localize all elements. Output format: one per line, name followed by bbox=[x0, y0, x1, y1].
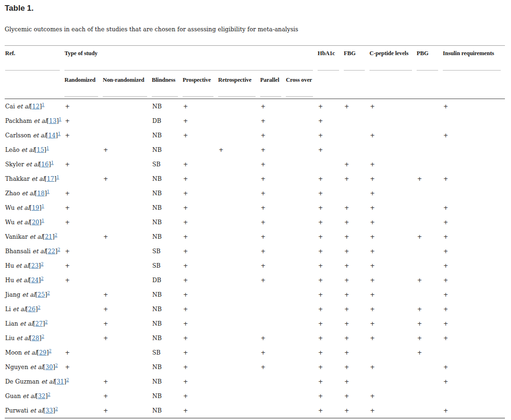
reference-link[interactable]: 29 bbox=[39, 349, 47, 356]
footnote-link[interactable]: 2 bbox=[57, 247, 60, 252]
cell-parallel bbox=[260, 374, 285, 389]
reference-link[interactable]: 25 bbox=[37, 291, 45, 298]
cell-hba1c: + bbox=[317, 273, 343, 287]
footnote-link[interactable]: 2 bbox=[45, 320, 48, 324]
cell-insulin: + bbox=[442, 316, 505, 331]
et-al-label: et al bbox=[16, 262, 29, 269]
cell-insulin: + bbox=[442, 229, 505, 244]
reference-link[interactable]: 24 bbox=[31, 277, 39, 284]
table-row: Nguyenet al[30]2 + NB + + + + + + bbox=[5, 360, 505, 374]
study-ref-cell: Bhansaliet al[22]2 bbox=[5, 244, 64, 258]
studies-table: Ref. Type of study HbA1c FBG C-peptide l… bbox=[5, 45, 505, 419]
footnote-link[interactable]: 1 bbox=[58, 131, 61, 136]
cell-randomized: + bbox=[64, 114, 102, 128]
cell-pbg bbox=[416, 114, 442, 128]
reference-link[interactable]: 22 bbox=[48, 248, 55, 255]
reference-link[interactable]: 23 bbox=[31, 262, 39, 269]
cell-prospective: + bbox=[182, 345, 218, 360]
cell-prospective bbox=[182, 142, 218, 157]
header-rule bbox=[64, 70, 313, 71]
cell-pbg: + bbox=[416, 273, 442, 287]
cell-fbg: + bbox=[343, 229, 369, 244]
cell-pbg bbox=[416, 403, 442, 418]
study-ref-cell: Leãoet al[15]1 bbox=[5, 142, 64, 157]
cell-prospective: + bbox=[182, 287, 218, 302]
reference-link[interactable]: 28 bbox=[32, 335, 39, 342]
cell-blindness: NB bbox=[151, 360, 182, 374]
table-row: Jianget al[25]2 + NB + + + + + bbox=[5, 287, 505, 302]
reference-link[interactable]: 18 bbox=[37, 190, 44, 197]
footnote-link[interactable]: 1 bbox=[42, 218, 44, 223]
reference-link[interactable]: 26 bbox=[28, 306, 35, 313]
study-author: Thakkar bbox=[5, 175, 29, 182]
reference-link[interactable]: 31 bbox=[57, 378, 64, 385]
cell-insulin: + bbox=[442, 331, 505, 345]
cell-non-randomized: + bbox=[102, 331, 151, 345]
footnote-link[interactable]: 2 bbox=[41, 276, 44, 281]
study-author: Zhao bbox=[5, 190, 20, 197]
footnote-link[interactable]: 1 bbox=[42, 102, 45, 107]
footnote-link[interactable]: 2 bbox=[55, 233, 57, 237]
cell-parallel: + bbox=[260, 331, 285, 345]
footnote-link[interactable]: 2 bbox=[42, 334, 44, 339]
col-header-insulin: Insulin requirements bbox=[442, 46, 505, 73]
reference-link[interactable]: 19 bbox=[32, 204, 39, 211]
reference-link[interactable]: 15 bbox=[36, 146, 44, 153]
cell-pbg bbox=[416, 186, 442, 200]
cell-c-peptide: + bbox=[369, 128, 416, 142]
reference-link[interactable]: 14 bbox=[48, 132, 56, 139]
footnote-link[interactable]: 1 bbox=[47, 189, 50, 194]
reference-link[interactable]: 17 bbox=[47, 175, 54, 182]
footnote-link[interactable]: 2 bbox=[49, 349, 51, 353]
cell-parallel: + bbox=[260, 186, 285, 200]
footnote-link[interactable]: 2 bbox=[48, 392, 50, 397]
footnote-link[interactable]: 2 bbox=[55, 406, 58, 411]
footnote-link[interactable]: 1 bbox=[59, 117, 62, 121]
cell-randomized bbox=[64, 171, 102, 186]
footnote-link[interactable]: 2 bbox=[38, 305, 41, 310]
cell-c-peptide: + bbox=[369, 360, 416, 374]
col-header-non-randomized-label: Non-randomized bbox=[103, 77, 144, 83]
reference-link[interactable]: 33 bbox=[45, 407, 53, 414]
study-ref-cell: Carlssonet al[14]1 bbox=[5, 128, 64, 142]
cell-c-peptide: + bbox=[369, 258, 416, 273]
cell-retrospective: + bbox=[218, 142, 260, 157]
table-row: Purwatiet al[33]2 + NB + + + + + bbox=[5, 403, 505, 418]
cell-c-peptide: + bbox=[369, 99, 416, 114]
footnote-link[interactable]: 2 bbox=[66, 377, 69, 382]
footnote-link[interactable]: 1 bbox=[51, 160, 54, 165]
cell-parallel: + bbox=[260, 215, 285, 229]
cell-parallel: + bbox=[260, 128, 285, 142]
et-al-label: et al bbox=[22, 190, 35, 197]
cell-retrospective bbox=[218, 374, 260, 389]
col-header-insulin-label: Insulin requirements bbox=[443, 50, 494, 57]
col-header-c-peptide: C-peptide levels bbox=[369, 46, 416, 73]
cell-insulin: + bbox=[442, 244, 505, 258]
cell-insulin: + bbox=[442, 302, 505, 316]
col-header-empty bbox=[5, 73, 64, 99]
cell-blindness: NB bbox=[151, 316, 182, 331]
cell-non-randomized bbox=[102, 186, 151, 200]
col-header-empty bbox=[442, 73, 505, 99]
study-ref-cell: Liet al[26]2 bbox=[5, 302, 64, 316]
cell-parallel: + bbox=[260, 360, 285, 374]
reference-link[interactable]: 13 bbox=[49, 117, 57, 124]
footnote-link[interactable]: 1 bbox=[46, 146, 49, 150]
footnote-link[interactable]: 1 bbox=[42, 204, 44, 208]
footnote-link[interactable]: 1 bbox=[57, 175, 59, 179]
footnote-link[interactable]: 2 bbox=[55, 363, 58, 368]
reference-link[interactable]: 16 bbox=[41, 161, 49, 168]
reference-link[interactable]: 30 bbox=[45, 363, 53, 370]
col-header-empty bbox=[369, 73, 416, 99]
reference-link[interactable]: 27 bbox=[35, 320, 43, 327]
footnote-sup: 1 bbox=[59, 117, 62, 121]
cell-parallel: + bbox=[260, 200, 285, 215]
study-ref-cell: Jianget al[25]2 bbox=[5, 287, 64, 302]
reference-link[interactable]: 20 bbox=[32, 219, 39, 226]
reference-link[interactable]: 12 bbox=[32, 103, 40, 110]
cell-blindness: NB bbox=[151, 99, 182, 114]
reference-link[interactable]: 32 bbox=[38, 392, 45, 399]
reference-link[interactable]: 21 bbox=[45, 233, 52, 240]
footnote-link[interactable]: 2 bbox=[47, 291, 50, 295]
footnote-link[interactable]: 2 bbox=[41, 262, 44, 266]
